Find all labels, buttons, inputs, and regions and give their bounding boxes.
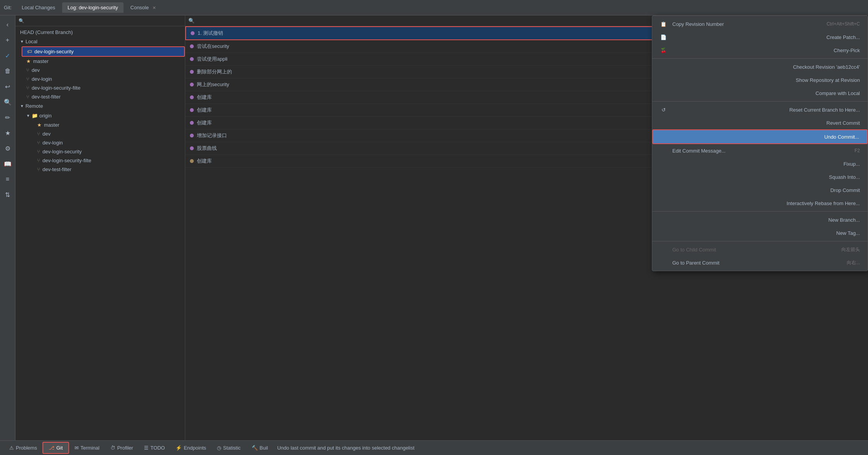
build-icon: 🔨 <box>252 445 258 451</box>
profiler-icon: ⏱ <box>110 445 115 451</box>
menu-item-icon-empty6 <box>660 147 667 154</box>
menu-edit-commit-msg[interactable]: Edit Commit Message... F2 <box>652 144 868 157</box>
branch-icon-r3: ⑂ <box>37 149 40 154</box>
cherry-icon: 🍒 <box>660 47 667 54</box>
branch-devloginsecurityfilte-local[interactable]: ⑂ dev-login-security-filte <box>22 83 185 92</box>
close-icon[interactable]: ✕ <box>152 5 156 10</box>
sidebar-list-icon[interactable]: ≡ <box>2 173 14 185</box>
branch-master-local[interactable]: ★ master <box>22 57 185 66</box>
tab-console[interactable]: Console ✕ <box>125 2 161 13</box>
branch-devlogin-remote[interactable]: ⑂ dev-login <box>32 138 185 147</box>
branch-icon-r5: ⑂ <box>37 166 40 172</box>
sidebar-edit-icon[interactable]: ✏ <box>2 111 14 124</box>
commit-dot-4 <box>190 83 194 87</box>
endpoints-icon: ⚡ <box>176 445 182 451</box>
branch-devlogin-local[interactable]: ⑂ dev-login <box>22 75 185 83</box>
sidebar-icons: ‹ + ✓ 🗑 ↩ 🔍 ✏ ★ ⚙ 📖 ≡ ⇅ <box>0 15 15 440</box>
menu-revert-commit[interactable]: Revert Commit <box>652 116 868 129</box>
status-tab-git[interactable]: ⎇ Git <box>42 442 69 454</box>
menu-shortcut-child: 向左箭头 <box>841 246 860 253</box>
status-tab-endpoints[interactable]: ⚡ Endpoints <box>170 443 212 453</box>
sidebar-sort-icon[interactable]: ⇅ <box>2 188 14 201</box>
menu-item-label: Undo Commit... <box>824 134 859 140</box>
status-tab-statistic[interactable]: ◷ Statistic <box>212 443 246 453</box>
status-tab-terminal[interactable]: ✉ Terminal <box>69 443 105 453</box>
menu-item-icon-empty13 <box>660 246 667 253</box>
menu-cherry-pick[interactable]: 🍒 Cherry-Pick <box>652 44 868 57</box>
menu-new-tag[interactable]: New Tag... <box>652 226 868 239</box>
branch-item-label: dev-test-filter <box>42 166 71 172</box>
menu-item-label: Edit Commit Message... <box>672 148 726 154</box>
menu-show-repo[interactable]: Show Repository at Revision <box>652 73 868 87</box>
menu-copy-revision[interactable]: 📋 Copy Revision Number Ctrl+Alt+Shift+C <box>652 17 868 31</box>
commit-message-3: 删除部分网上的 <box>197 68 232 75</box>
section-remote[interactable]: ▼ Remote <box>15 101 185 111</box>
sidebar-search-icon[interactable]: 🔍 <box>2 96 14 108</box>
sidebar-add-icon[interactable]: + <box>2 34 14 46</box>
branch-search-icon: 🔍 <box>19 18 24 24</box>
menu-item-icon-empty8 <box>660 173 667 180</box>
menu-item-icon-empty4 <box>660 119 667 126</box>
menu-item-icon-empty7 <box>660 160 667 167</box>
menu-compare-local[interactable]: Compare with Local <box>652 87 868 100</box>
branch-item-label: dev-login-security-filte <box>42 158 91 163</box>
menu-go-child[interactable]: Go to Child Commit 向左箭头 <box>652 243 868 256</box>
sidebar-bookmark-icon[interactable]: 📖 <box>2 158 14 170</box>
git-branch-icon: ⎇ <box>49 445 54 451</box>
tab-log-dev[interactable]: Log: dev-login-security <box>62 2 124 13</box>
status-tab-problems[interactable]: ⚠ Problems <box>4 443 42 453</box>
sidebar-trash-icon[interactable]: 🗑 <box>2 65 14 77</box>
copy-icon: 📋 <box>660 20 667 27</box>
menu-drop-commit[interactable]: Drop Commit <box>652 183 868 197</box>
branch-master-remote[interactable]: ★ master <box>32 121 185 129</box>
menu-squash[interactable]: Squash Into... <box>652 170 868 183</box>
menu-fixup[interactable]: Fixup... <box>652 157 868 170</box>
sidebar-rollback-icon[interactable]: ↩ <box>2 80 14 93</box>
menu-new-branch[interactable]: New Branch... <box>652 213 868 226</box>
menu-checkout-revision[interactable]: Checkout Revision 'aeb12cc4' <box>652 60 868 73</box>
menu-item-label: Copy Revision Number <box>672 21 724 27</box>
menu-separator-3 <box>652 211 868 212</box>
menu-go-parent[interactable]: Go to Parent Commit 向右... <box>652 256 868 269</box>
commit-dot-0 <box>191 31 195 35</box>
sidebar-settings-icon[interactable]: ⚙ <box>2 142 14 154</box>
menu-undo-commit[interactable]: Undo Commit... <box>652 129 868 144</box>
status-tab-profiler[interactable]: ⏱ Profiler <box>105 443 139 453</box>
branch-devtestfilter-local[interactable]: ⑂ dev-test-filter <box>22 92 185 101</box>
menu-create-patch[interactable]: 📄 Create Patch... <box>652 31 868 44</box>
commit-message-10: 创建库 <box>197 158 212 165</box>
menu-item-icon-empty14 <box>660 259 667 266</box>
sidebar-star-icon[interactable]: ★ <box>2 127 14 139</box>
branch-search-input[interactable] <box>26 18 182 24</box>
menu-item-icon-empty9 <box>660 187 667 194</box>
commit-dot-5 <box>190 95 194 99</box>
menu-reset-branch[interactable]: ↺ Reset Current Branch to Here... <box>652 103 868 116</box>
branch-devtestfilter-remote[interactable]: ⑂ dev-test-filter <box>32 165 185 174</box>
commit-search-input[interactable] <box>196 18 261 24</box>
section-origin[interactable]: ▼ 📁 origin <box>15 111 185 121</box>
branch-dev-local[interactable]: ⑂ dev <box>22 66 185 75</box>
commit-dot-8 <box>190 134 194 138</box>
branch-devloginsecurity-remote[interactable]: ⑂ dev-login-security <box>32 147 185 156</box>
section-local[interactable]: ▼ Local <box>15 37 185 46</box>
sidebar-check-icon[interactable]: ✓ <box>2 49 14 62</box>
branch-dev-remote[interactable]: ⑂ dev <box>32 129 185 138</box>
menu-item-label: New Branch... <box>828 217 860 223</box>
menu-item-label: Reset Current Branch to Here... <box>789 107 860 113</box>
sidebar-back-icon[interactable]: ‹ <box>2 19 14 31</box>
git-prefix: Git: <box>4 5 12 10</box>
branch-devloginsecurityfilte-remote[interactable]: ⑂ dev-login-security-filte <box>32 156 185 165</box>
status-tab-label: Endpoints <box>184 445 206 451</box>
branch-icon-1: ⑂ <box>26 67 29 73</box>
menu-item-label: Revert Commit <box>826 120 860 126</box>
branch-dev-login-security-local[interactable]: 🏷 dev-login-security <box>22 46 185 57</box>
status-tab-build[interactable]: 🔨 Buil <box>246 443 274 453</box>
commit-search-icon: 🔍 <box>188 18 195 24</box>
tab-local-changes[interactable]: Local Changes <box>16 2 61 13</box>
status-tab-todo[interactable]: ☰ TODO <box>139 443 170 453</box>
commit-dot-9 <box>190 146 194 150</box>
menu-item-label: Fixup... <box>843 161 860 167</box>
folder-icon: 📁 <box>32 113 38 119</box>
menu-interactive-rebase[interactable]: Interactively Rebase from Here... <box>652 197 868 210</box>
branch-head[interactable]: HEAD (Current Branch) <box>15 28 185 37</box>
